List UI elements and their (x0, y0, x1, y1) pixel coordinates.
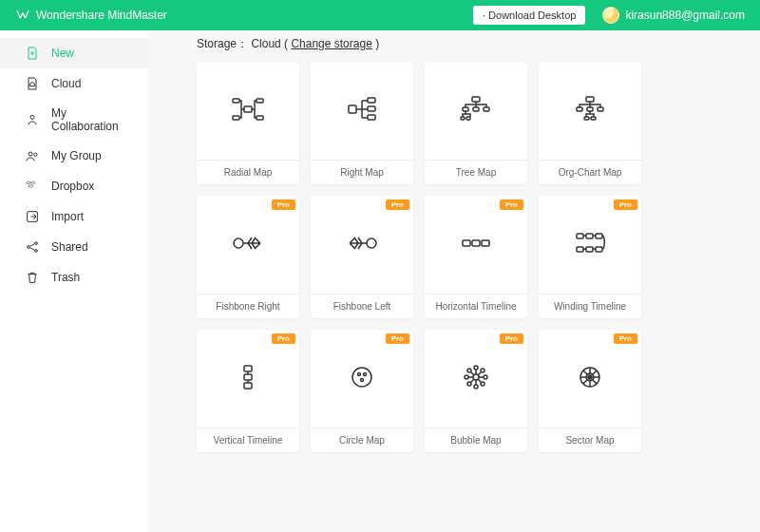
template-card[interactable]: Tree Map (425, 62, 527, 184)
storage-prefix: Storage： (197, 37, 248, 50)
share-icon (25, 239, 40, 255)
svg-point-0 (30, 115, 34, 119)
download-desktop-button[interactable]: · Download Desktop (473, 6, 585, 25)
sidebar-item-group[interactable]: My Group (0, 141, 147, 171)
template-thumb (539, 62, 641, 161)
pro-badge: Pro (614, 200, 637, 210)
template-card[interactable]: ProSector Map (539, 330, 641, 452)
new-file-icon (25, 46, 40, 61)
winding-timeline-icon (573, 228, 607, 262)
avatar (602, 7, 619, 24)
change-storage-link[interactable]: Change storage (291, 37, 371, 50)
template-label: Tree Map (425, 161, 527, 184)
sidebar-item-label: Dropbox (51, 180, 94, 193)
fishbone-right-icon (231, 228, 265, 262)
template-card[interactable]: ProFishbone Left (311, 196, 413, 318)
template-thumb (425, 196, 527, 294)
template-card[interactable]: Radial Map (197, 62, 299, 184)
cloud-icon (25, 76, 40, 91)
template-label: Fishbone Right (197, 294, 299, 318)
user-account[interactable]: kirasun888@gmail.com (602, 7, 745, 24)
sidebar-item-label: Import (51, 210, 84, 223)
svg-point-2 (34, 153, 37, 156)
dropbox-icon (25, 179, 40, 194)
sidebar: New Cloud My Collaboration My Group Drop… (0, 30, 147, 532)
storage-line: Storage： Cloud ( Change storage ) (197, 36, 737, 52)
template-card[interactable]: ProFishbone Right (197, 196, 299, 318)
trash-icon (25, 270, 40, 285)
sidebar-item-trash[interactable]: Trash (0, 262, 147, 293)
svg-point-5 (35, 242, 38, 245)
pro-badge: Pro (386, 333, 409, 344)
sidebar-item-dropbox[interactable]: Dropbox (0, 171, 147, 201)
pro-badge: Pro (500, 333, 523, 344)
sidebar-item-shared[interactable]: Shared (0, 232, 147, 262)
app-name: Wondershare MindMaster (36, 9, 167, 22)
svg-point-6 (35, 250, 38, 253)
template-card[interactable]: Right Map (311, 62, 413, 184)
org-chart-icon (573, 94, 607, 128)
template-label: Vertical Timeline (197, 428, 299, 452)
pro-badge: Pro (614, 333, 637, 344)
sidebar-item-label: My Group (51, 149, 102, 162)
pro-badge: Pro (272, 200, 295, 210)
import-icon (25, 209, 40, 224)
template-thumb (539, 330, 641, 428)
group-icon (25, 148, 40, 163)
template-label: Bubble Map (425, 428, 527, 452)
sidebar-item-label: Shared (51, 240, 88, 254)
content-area: Storage： Cloud ( Change storage ) Radial… (147, 30, 760, 532)
sidebar-item-label: Trash (51, 271, 80, 284)
storage-location: Cloud (251, 37, 280, 50)
sidebar-item-collaboration[interactable]: My Collaboration (0, 99, 147, 141)
sidebar-item-label: Cloud (51, 77, 81, 90)
app-logo-icon (15, 7, 30, 25)
template-thumb (425, 330, 527, 428)
template-thumb (197, 196, 299, 294)
template-label: Fishbone Left (311, 294, 413, 318)
user-email: kirasun888@gmail.com (625, 9, 745, 22)
horizontal-timeline-icon (459, 228, 493, 262)
svg-point-1 (28, 152, 32, 156)
tree-map-icon (459, 94, 493, 128)
template-label: Radial Map (197, 161, 299, 184)
right-map-icon (345, 94, 379, 128)
template-grid: Radial MapRight MapTree MapOrg-Chart Map… (197, 62, 737, 452)
template-card[interactable]: ProCircle Map (311, 330, 413, 452)
pro-badge: Pro (500, 200, 523, 210)
template-label: Org-Chart Map (539, 161, 641, 184)
template-label: Sector Map (539, 428, 641, 452)
sidebar-item-new[interactable]: New (0, 38, 147, 68)
template-card[interactable]: Org-Chart Map (539, 62, 641, 184)
template-label: Horizontal Timeline (425, 294, 527, 318)
bubble-map-icon (459, 362, 493, 396)
sector-map-icon (573, 362, 607, 396)
template-label: Winding Timeline (539, 294, 641, 318)
template-card[interactable]: ProVertical Timeline (197, 330, 299, 452)
template-label: Circle Map (311, 428, 413, 452)
pro-badge: Pro (386, 200, 409, 210)
collab-icon (25, 112, 40, 127)
template-card[interactable]: ProHorizontal Timeline (425, 196, 527, 318)
circle-map-icon (345, 362, 379, 396)
template-card[interactable]: ProWinding Timeline (539, 196, 641, 318)
fishbone-left-icon (345, 228, 379, 262)
sidebar-item-import[interactable]: Import (0, 201, 147, 232)
sidebar-item-label: My Collaboration (51, 106, 134, 133)
sidebar-item-cloud[interactable]: Cloud (0, 68, 147, 99)
app-logo: Wondershare MindMaster (15, 7, 167, 25)
template-thumb (197, 330, 299, 428)
template-card[interactable]: ProBubble Map (425, 330, 527, 452)
template-thumb (197, 62, 299, 161)
vertical-timeline-icon (231, 362, 265, 396)
template-thumb (311, 330, 413, 428)
template-thumb (539, 196, 641, 294)
radial-map-icon (231, 94, 265, 128)
template-thumb (311, 62, 413, 161)
pro-badge: Pro (272, 333, 295, 344)
template-label: Right Map (311, 161, 413, 184)
sidebar-item-label: New (51, 47, 74, 60)
topbar: Wondershare MindMaster · Download Deskto… (0, 0, 760, 30)
template-thumb (425, 62, 527, 161)
template-thumb (311, 196, 413, 294)
